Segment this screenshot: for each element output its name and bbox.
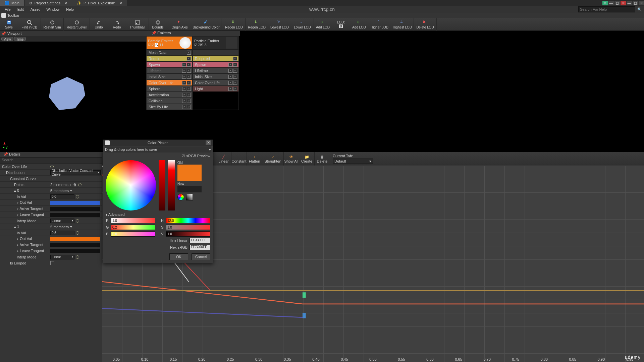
solo-icon[interactable]: S (201, 43, 203, 47)
prop-interp[interactable]: Interp Mode (0, 219, 50, 223)
reset-icon[interactable] (50, 165, 54, 168)
leave-color[interactable] (50, 213, 100, 217)
add-lod-button[interactable]: ⊕Add LOD (314, 18, 332, 31)
prop-leave-1[interactable]: ▹ Leave Tangent (0, 249, 50, 253)
find-button[interactable]: Find in CB (18, 18, 41, 31)
prop-constant-curve[interactable]: Constant Curve (0, 177, 50, 181)
pin-icon[interactable]: 📌 (152, 31, 156, 35)
minimize2-button[interactable]: — (627, 1, 632, 5)
origin-axis-button[interactable]: ✦Origin Axis (168, 18, 191, 31)
eyedropper-icon[interactable] (186, 194, 193, 200)
check-icon[interactable]: ☑ (194, 43, 198, 47)
constant-button[interactable]: ─Constant (231, 152, 247, 166)
restart-sim-button[interactable]: Restart Sim (41, 18, 64, 31)
inval-input[interactable]: 0.0 (50, 194, 74, 199)
prop-out-val[interactable]: ▹ Out Val (0, 200, 50, 205)
details-search[interactable] (0, 158, 102, 164)
emitter-card-2[interactable]: Particle Emitter ☑☑S 3 Required✓ Spawn✓✓… (193, 36, 239, 110)
module-col2[interactable]: Color Over Life✓✓ (193, 79, 238, 85)
solo-icon[interactable]: S (155, 43, 158, 47)
interp1-combo[interactable]: Linear (50, 255, 74, 259)
cp-drag-save[interactable]: Drag & drop colors here to save ▾ (105, 146, 211, 153)
eyedropper-wheel-icon[interactable] (177, 194, 184, 200)
outval1-color[interactable] (50, 237, 100, 241)
details-search-input[interactable] (2, 158, 102, 162)
time-button[interactable]: Time (14, 37, 26, 41)
module-size-by-life[interactable]: Size By Life✓✓ (147, 104, 192, 110)
search-icon[interactable]: 🔍 (635, 7, 644, 12)
v-slider[interactable]: 1.0 (166, 231, 210, 237)
prop-points[interactable]: Points (0, 183, 50, 187)
menu-help[interactable]: Help (63, 7, 77, 12)
flatten-button[interactable]: ⟂Flatten (247, 152, 262, 166)
showall-button[interactable]: 👁Show All (284, 152, 299, 166)
prop-out-val-1[interactable]: ▹ Out Val (0, 237, 50, 241)
lod-value[interactable]: LOD:0 (332, 18, 350, 31)
sat-bar[interactable] (168, 160, 175, 210)
add-icon[interactable]: + (70, 183, 72, 187)
checkbox[interactable] (50, 261, 54, 265)
prop-point-1[interactable]: ▴ 1 (0, 225, 50, 229)
tab-settings[interactable]: ⚙Project Settings✕ (24, 0, 72, 6)
minimize-button[interactable]: — (608, 1, 614, 5)
leave1-color[interactable] (50, 249, 100, 253)
module-spawn[interactable]: Spawn✓✓ (147, 61, 192, 67)
module-empty[interactable] (193, 49, 238, 55)
emitter-card-1[interactable]: Particle Emitter ☑☑S 11 Mesh Data✓ Requi… (146, 36, 193, 110)
linear-button[interactable]: ╱Linear (216, 152, 231, 166)
undo-button[interactable]: Undo (90, 18, 108, 31)
g-slider[interactable]: 0.2 (111, 225, 155, 230)
arrive1-color[interactable] (50, 243, 100, 247)
tab-main[interactable]: 🟦Main (0, 0, 24, 6)
regen-lod2-button[interactable]: ⬇Regen LOD (246, 18, 268, 31)
higher-lod-button[interactable]: ⌃Higher LOD (368, 18, 391, 31)
check-icon[interactable]: ☑ (198, 43, 201, 47)
lowest-lod-button[interactable]: ⩔Lowest LOD (268, 18, 291, 31)
close-window-button[interactable]: ✕ (621, 1, 626, 5)
h-slider[interactable]: 12.0 (166, 218, 210, 223)
prop-distribution[interactable]: Distribution (0, 171, 50, 175)
tab-asset[interactable]: ✨P_Pixel_Explosion*✕ (72, 0, 127, 6)
reset-icon[interactable] (76, 195, 79, 198)
cp-close-button[interactable]: ✕ (206, 140, 211, 145)
module-size2[interactable]: Initial Size✓✓ (193, 73, 238, 79)
inval1-input[interactable]: 0.5 (50, 231, 74, 235)
close2-button[interactable]: ✕ (639, 1, 644, 5)
menu-asset[interactable]: Asset (27, 7, 43, 12)
notify-icon[interactable]: ▾ (602, 1, 608, 5)
module-initial-size[interactable]: Initial Size✓✓ (147, 73, 192, 79)
prop-arrive-1[interactable]: ▹ Arrive Tangent (0, 243, 50, 247)
bg-color-button[interactable]: 🖌Background Color (191, 18, 221, 31)
menu-edit[interactable]: Edit (14, 7, 27, 12)
menu-file[interactable]: File (1, 7, 14, 12)
check-icon[interactable]: ☑ (148, 43, 151, 47)
bounds-button[interactable]: Bounds (149, 18, 167, 31)
thumbnail-button[interactable]: Thumbnail (126, 18, 149, 31)
prop-leave[interactable]: ▹ Leave Tangent (0, 213, 50, 217)
reset-icon[interactable] (78, 183, 82, 186)
maximize-button[interactable]: ◻ (614, 1, 620, 5)
viewport-3d[interactable]: ▲▸ y (0, 42, 146, 152)
distribution-combo[interactable]: Distribution Vector Constant Curve (50, 170, 101, 175)
interp-combo[interactable]: Linear (50, 219, 74, 223)
reset-icon[interactable] (76, 219, 79, 223)
reset-icon[interactable] (76, 231, 79, 235)
color-wheel[interactable] (106, 160, 156, 210)
module-sphere[interactable]: Sphere✓✓ (147, 85, 192, 92)
hexsrgb-input[interactable]: FF7C00FF (190, 245, 210, 250)
restart-level-button[interactable]: Restart Level (64, 18, 90, 31)
close-icon[interactable]: ✕ (119, 1, 122, 5)
prop-color-over-life[interactable]: Color Over Life (0, 165, 50, 169)
reset-icon[interactable] (76, 255, 79, 259)
prop-in-val[interactable]: In Val (0, 195, 50, 199)
module-light[interactable]: Light✓✓ (193, 85, 238, 92)
module-required[interactable]: Required✓ (147, 55, 192, 61)
module-lifetime2[interactable]: Lifetime✓✓ (193, 67, 238, 73)
module-lifetime[interactable]: Lifetime✓✓ (147, 67, 192, 73)
prop-interp-1[interactable]: Interp Mode (0, 255, 50, 259)
s-slider[interactable]: 1.0 (166, 225, 210, 230)
maximize2-button[interactable]: ◻ (633, 1, 638, 5)
prop-arrive[interactable]: ▹ Arrive Tangent (0, 206, 50, 211)
emitter2-header[interactable]: Particle Emitter ☑☑S 3 (193, 37, 238, 49)
module-collision[interactable]: Collision✓✓ (147, 98, 192, 104)
